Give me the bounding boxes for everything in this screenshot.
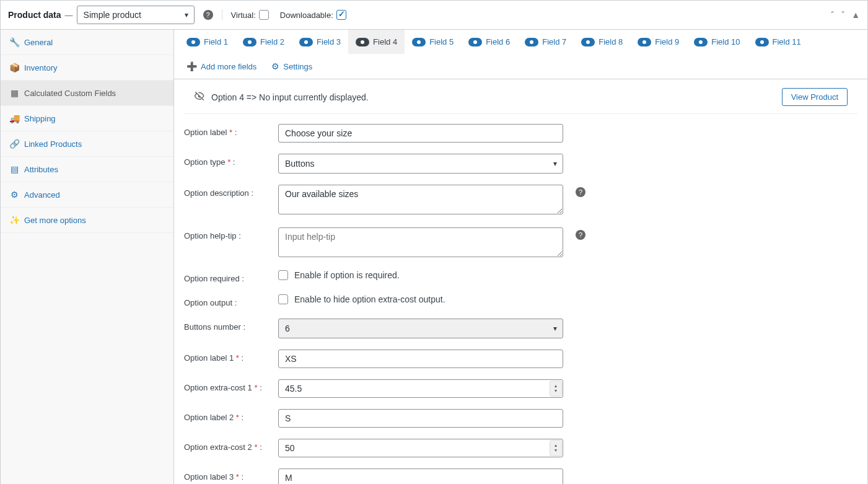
eye-icon: [186, 38, 200, 46]
help-icon[interactable]: ?: [576, 187, 585, 197]
sidebar-item-linked-products[interactable]: 🔗Linked Products: [1, 131, 173, 157]
sidebar-item-inventory[interactable]: 📦Inventory: [1, 55, 173, 81]
tab-label: Field 6: [486, 37, 510, 46]
option-cost-2-input[interactable]: [278, 439, 563, 457]
toggle-panel-icon[interactable]: ▲: [851, 10, 860, 20]
notice-text: Option 4 => No input currently displayed…: [211, 92, 369, 102]
downloadable-checkbox[interactable]: [336, 10, 346, 20]
eye-icon: [694, 38, 708, 46]
tab-label: Field 10: [711, 37, 740, 46]
sidebar-icon: 📦: [9, 63, 19, 73]
virtual-checkbox[interactable]: [259, 10, 269, 20]
eye-icon: [755, 38, 769, 46]
tab-field-3[interactable]: Field 3: [292, 30, 348, 54]
help-icon[interactable]: ?: [203, 10, 213, 20]
collapse-up-icon[interactable]: ˄: [830, 10, 835, 20]
eye-icon: [243, 38, 256, 46]
eye-icon: [525, 38, 538, 46]
tab-label: Field 11: [773, 37, 801, 46]
option-label-label: Option label: [184, 128, 227, 137]
sidebar-item-label: Calculated Custom Fields: [24, 89, 116, 98]
eye-icon: [581, 38, 595, 46]
option-required-checkbox[interactable]: [278, 270, 288, 280]
tab-field-7[interactable]: Field 7: [517, 30, 574, 54]
tab-field-8[interactable]: Field 8: [574, 30, 630, 54]
product-type-select[interactable]: Simple product: [77, 6, 195, 24]
tab-add-more-fields[interactable]: ➕Add more fields: [179, 54, 264, 79]
panel-title: Product data: [8, 10, 61, 20]
tab-label: Field 1: [204, 37, 228, 46]
tab-field-1[interactable]: Field 1: [179, 30, 235, 54]
option-cost-1-label: Option extra-cost 1: [184, 383, 252, 392]
sidebar: 🔧General📦Inventory▦Calculated Custom Fie…: [1, 30, 174, 484]
sidebar-item-calculated-custom-fields[interactable]: ▦Calculated Custom Fields: [1, 81, 173, 106]
tab-label: Settings: [283, 62, 312, 71]
sidebar-item-label: General: [24, 38, 53, 47]
option-label-3-label: Option label 3: [184, 472, 234, 482]
sidebar-item-attributes[interactable]: ▤Attributes: [1, 157, 173, 182]
tab-field-4[interactable]: Field 4: [348, 30, 405, 54]
tab-field-6[interactable]: Field 6: [461, 30, 517, 54]
tab-label: Field 5: [429, 37, 454, 46]
option-cost-1-input[interactable]: [278, 379, 563, 398]
gear-icon: ⚙: [271, 61, 279, 71]
tabs-bar: Field 1Field 2Field 3Field 4Field 5Field…: [174, 30, 867, 79]
tab-label: Add more fields: [201, 62, 256, 71]
option-desc-label: Option description :: [184, 185, 271, 198]
option-label-3-input[interactable]: [278, 469, 563, 484]
tab-field-2[interactable]: Field 2: [235, 30, 292, 54]
tab-label: Field 4: [373, 37, 397, 46]
sidebar-item-label: Inventory: [24, 63, 57, 73]
tab-label: Field 3: [317, 37, 341, 46]
tab-field-11[interactable]: Field 11: [748, 30, 809, 54]
option-required-label: Option required :: [184, 270, 271, 283]
option-output-checkbox[interactable]: [278, 294, 288, 304]
option-cost-2-label: Option extra-cost 2: [184, 442, 252, 452]
option-label-1-input[interactable]: [278, 350, 563, 368]
sidebar-item-get-more-options[interactable]: ✨Get more options: [1, 208, 173, 233]
stepper-icon[interactable]: [550, 381, 562, 397]
sidebar-item-label: Shipping: [24, 114, 56, 123]
option-label-1-label: Option label 1: [184, 353, 234, 363]
option-help-textarea[interactable]: [278, 227, 563, 257]
tab-label: Field 7: [542, 37, 566, 46]
tab-field-9[interactable]: Field 9: [630, 30, 686, 54]
virtual-label: Virtual:: [231, 11, 256, 20]
sidebar-item-label: Attributes: [24, 165, 58, 174]
sidebar-icon: ⚙: [9, 190, 19, 200]
tab-label: Field 9: [655, 37, 679, 46]
tab-settings[interactable]: ⚙Settings: [264, 54, 320, 79]
buttons-number-label: Buttons number :: [184, 319, 271, 332]
option-type-select[interactable]: Buttons: [278, 154, 563, 174]
option-label-2-label: Option label 2: [184, 413, 234, 422]
hidden-eye-icon: [194, 90, 205, 104]
option-type-label: Option type: [184, 157, 226, 167]
plus-icon: ➕: [186, 61, 197, 71]
sidebar-item-shipping[interactable]: 🚚Shipping: [1, 106, 173, 131]
option-output-label: Option output :: [184, 294, 271, 307]
collapse-down-icon[interactable]: ˅: [841, 10, 845, 20]
sidebar-item-label: Get more options: [24, 216, 86, 225]
sidebar-icon: 🔧: [9, 37, 19, 47]
sidebar-item-advanced[interactable]: ⚙Advanced: [1, 182, 173, 208]
option-label-input[interactable]: [278, 124, 563, 143]
eye-icon: [412, 38, 426, 46]
panel-header: Product data — Simple product ? Virtual:…: [1, 1, 867, 30]
sidebar-item-label: Linked Products: [24, 139, 82, 149]
buttons-number-select[interactable]: 6: [278, 319, 563, 338]
tab-field-10[interactable]: Field 10: [686, 30, 747, 54]
tab-label: Field 2: [260, 37, 284, 46]
sidebar-item-label: Advanced: [24, 190, 60, 200]
stepper-icon[interactable]: [550, 440, 562, 456]
option-required-text: Enable if option is required.: [294, 270, 400, 280]
option-output-text: Enable to hide option extra-cost output.: [294, 294, 445, 304]
eye-icon: [468, 38, 482, 46]
eye-icon: [356, 38, 369, 46]
tab-field-5[interactable]: Field 5: [405, 30, 461, 54]
view-product-button[interactable]: View Product: [782, 88, 848, 106]
eye-icon: [638, 38, 651, 46]
help-icon[interactable]: ?: [576, 230, 585, 240]
option-desc-textarea[interactable]: [278, 185, 563, 214]
option-label-2-input[interactable]: [278, 409, 563, 428]
sidebar-item-general[interactable]: 🔧General: [1, 30, 173, 55]
